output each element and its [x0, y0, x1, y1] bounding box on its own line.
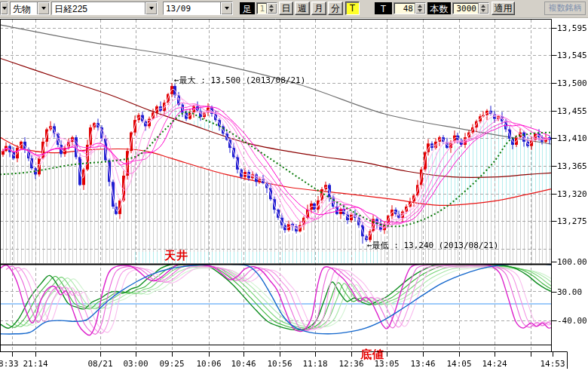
chart-application-window: 先物 日経225 13/09 足 1 日 週 月 分 T T 48 本数 300… — [0, 0, 588, 377]
interval-value: 1 — [257, 3, 266, 14]
time-axis-label: 08/21 — [87, 359, 112, 369]
price-axis-label: 13,455 — [557, 106, 587, 116]
tick-count-spinner[interactable]: 48 — [394, 2, 426, 14]
contract-month-combo[interactable]: 13/09 — [163, 2, 233, 15]
min-price-annotation: ←最低 : 13,240 (2013/08/21) — [367, 240, 498, 251]
ceiling-annotation: 天井 — [164, 249, 188, 263]
max-price-annotation: ←最大 : 13,500 (2013/08/21) — [174, 75, 305, 86]
price-axis-label: 13,595 — [557, 23, 587, 33]
period-month-button[interactable]: 月 — [311, 2, 326, 15]
chevron-down-icon[interactable] — [37, 2, 49, 14]
time-axis-label: 14:24 — [482, 359, 507, 369]
mini-dropdown-icon[interactable] — [1, 2, 8, 14]
oscillator-axis-label: 100.00 — [557, 257, 587, 267]
price-axis-label: 13,545 — [557, 51, 587, 60]
price-axis-label: 13,365 — [557, 161, 587, 171]
time-axis-label: 21:14 — [23, 359, 47, 369]
contract-month-value: 13/09 — [164, 2, 220, 14]
time-axis-label: 13:46 — [410, 359, 435, 369]
oscillator-axis-label: -40.00 — [557, 316, 587, 326]
ashi-label: 足 — [240, 2, 255, 14]
period-week-button[interactable]: 週 — [295, 2, 310, 15]
time-axis-label: 09:25 — [159, 359, 184, 369]
price-axis-label: 13,500 — [557, 78, 587, 88]
time-axis-label: 14:05 — [446, 359, 471, 369]
apply-button[interactable]: 適用 — [492, 2, 515, 15]
instrument-name-value: 日経225 — [52, 2, 145, 14]
chevron-down-icon[interactable] — [220, 2, 232, 14]
instrument-name-combo[interactable]: 日経225 — [51, 2, 158, 15]
price-chart-canvas[interactable] — [0, 0, 588, 377]
time-axis-label: 18:33 — [0, 359, 19, 369]
tick-toggle-button[interactable]: T — [345, 2, 360, 15]
spinner-updown-icon[interactable] — [415, 3, 425, 14]
time-axis-label: 10:46 — [231, 359, 256, 369]
price-axis-label: 13,275 — [557, 216, 587, 226]
time-axis-label: 14:53 — [540, 359, 565, 369]
chevron-down-icon[interactable] — [145, 2, 157, 14]
time-axis-label: 10:06 — [196, 359, 221, 369]
time-axis-label: 03:00 — [123, 359, 148, 369]
price-axis-label: 13,320 — [557, 189, 587, 199]
toolbar: 先物 日経225 13/09 足 1 日 週 月 分 T T 48 本数 300… — [0, 0, 588, 18]
instrument-type-value: 先物 — [11, 2, 37, 14]
tick-label: T — [375, 2, 392, 14]
period-day-button[interactable]: 日 — [279, 2, 293, 15]
bars-count-spinner[interactable]: 3000 — [452, 2, 489, 14]
bars-label: 本数 — [427, 2, 451, 14]
spinner-updown-icon[interactable] — [478, 3, 488, 14]
mini-dropdown[interactable] — [0, 2, 8, 15]
spinner-updown-icon[interactable] — [266, 3, 277, 14]
instrument-type-combo[interactable]: 先物 — [10, 2, 50, 15]
bars-count-value: 3000 — [453, 3, 478, 14]
tick-count-value: 48 — [394, 3, 415, 14]
time-axis-label: 11:18 — [302, 359, 327, 369]
multi-symbol-button[interactable]: 複数銘柄 — [544, 2, 586, 15]
interval-spinner[interactable]: 1 — [256, 2, 277, 14]
bottom-annotation: 底値 — [360, 348, 384, 362]
price-axis-label: 13,410 — [557, 133, 587, 143]
period-minute-button[interactable]: 分 — [328, 2, 343, 15]
time-axis-label: 10:56 — [267, 359, 292, 369]
oscillator-axis-label: 30.00 — [557, 287, 582, 297]
